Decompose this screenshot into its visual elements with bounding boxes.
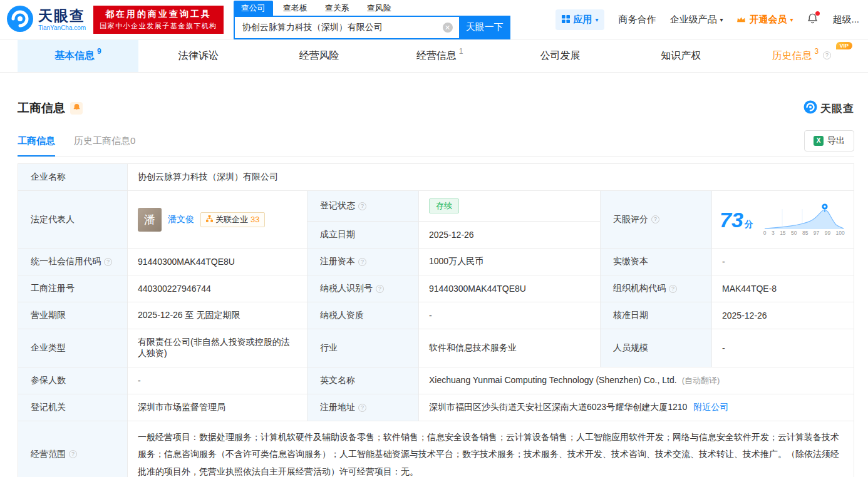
- tab-basic-info[interactable]: 基本信息 9: [18, 40, 138, 72]
- legal-rep-avatar[interactable]: 潘: [138, 208, 162, 232]
- business-cooperation-link[interactable]: 商务合作: [618, 14, 656, 26]
- table-row: 企业名称 协创云脉算力科技（深圳）有限公司: [18, 164, 854, 191]
- reg-authority-label: 登记机关: [18, 394, 128, 421]
- score-chart: 031550859799100: [763, 203, 845, 236]
- slogan-line1: 都在用的商业查询工具: [100, 9, 217, 20]
- taxpayer-id-label: 纳税人识别号: [320, 283, 373, 294]
- section-title: 工商信息: [18, 100, 65, 116]
- tab-label: 经营风险: [299, 49, 339, 63]
- tab-operating-info[interactable]: 经营信息 1: [380, 40, 500, 72]
- search-tab-risk[interactable]: 查风险: [359, 1, 399, 16]
- business-info-table: 企业名称 协创云脉算力科技（深圳）有限公司 法定代表人 潘 潘文俊: [18, 163, 854, 477]
- reg-capital-label-cell: 注册资本: [307, 249, 419, 275]
- search-tabs: 查公司 查老板 查关系 查风险: [234, 1, 510, 16]
- section-header: 工商信息 天眼查: [18, 100, 854, 116]
- apps-menu[interactable]: 应用: [555, 9, 604, 30]
- tab-count: 3: [814, 47, 819, 56]
- paid-capital-value: -: [712, 249, 854, 275]
- help-icon[interactable]: [651, 215, 659, 223]
- search-tab-company[interactable]: 查公司: [234, 1, 273, 16]
- brand-text: 天眼查: [820, 101, 854, 116]
- score-axis: 031550859799100: [763, 230, 845, 236]
- enterprise-products-menu[interactable]: 企业级产品: [669, 14, 723, 26]
- top-nav: 应用 商务合作 企业级产品 开通会员: [555, 9, 859, 30]
- search-input[interactable]: [234, 16, 459, 39]
- tab-operating-risk[interactable]: 经营风险: [259, 40, 380, 72]
- org-chart-icon: [206, 215, 213, 224]
- related-companies-count: 33: [251, 215, 259, 224]
- logo-subtitle: TianYanCha.com: [38, 24, 86, 31]
- company-name-value: 协创云脉算力科技（深圳）有限公司: [128, 164, 854, 191]
- help-icon[interactable]: [358, 258, 366, 266]
- tab-label: 经营信息: [416, 49, 457, 63]
- cooperation-label: 商务合作: [618, 14, 656, 26]
- help-icon[interactable]: [823, 51, 831, 59]
- reg-status-label: 登记状态: [320, 200, 355, 212]
- business-scope-label-cell: 经营范围: [18, 421, 128, 477]
- auto-translate-note: (自动翻译): [682, 376, 720, 385]
- grid-icon: [562, 14, 570, 25]
- nearby-companies-link[interactable]: 附近公司: [693, 402, 728, 412]
- approval-date-value: 2025-12-26: [712, 302, 854, 329]
- help-icon[interactable]: [69, 450, 77, 458]
- credit-code-value: 91440300MAK44TQE8U: [128, 249, 307, 275]
- legal-rep-link[interactable]: 潘文俊: [168, 214, 194, 225]
- open-membership-menu[interactable]: 开通会员: [736, 14, 793, 26]
- search-tab-boss[interactable]: 查老板: [276, 1, 315, 16]
- table-row: 工商注册号 440300227946744 纳税人识别号 91440300MAK…: [18, 275, 854, 302]
- table-row: 参保人数 - 英文名称 Xiechuang Yunmai Computing T…: [18, 367, 854, 394]
- subtab-business-info[interactable]: 工商信息: [18, 135, 55, 156]
- taxpayer-id-label-cell: 纳税人识别号: [307, 275, 419, 302]
- help-icon[interactable]: [376, 285, 384, 293]
- establish-date-label: 成立日期: [307, 222, 419, 249]
- org-code-label: 组织机构代码: [613, 283, 666, 294]
- excel-icon: [814, 136, 824, 146]
- business-term-value: 2025-12-26 至 无固定期限: [128, 302, 307, 329]
- tab-company-development[interactable]: 公司发展: [500, 40, 621, 72]
- subtab-history-business-info[interactable]: 历史工商信息0: [74, 135, 135, 156]
- tianyancha-logo[interactable]: 天眼查 TianYanCha.com: [6, 5, 86, 35]
- help-icon[interactable]: [358, 202, 366, 210]
- user-account-menu[interactable]: 超级...: [832, 14, 859, 26]
- paid-capital-label: 实缴资本: [601, 249, 712, 275]
- business-scope-value: 一般经营项目：数据处理服务；计算机软硬件及辅助设备零售；软件销售；信息安全设备销…: [128, 421, 854, 477]
- subtabs-row: 工商信息 历史工商信息0 导出: [18, 130, 854, 157]
- notifications-bell[interactable]: [807, 13, 819, 27]
- tianyancha-logo-icon: [803, 100, 817, 116]
- approval-date-label: 核准日期: [601, 302, 712, 329]
- reg-authority-value: 深圳市市场监督管理局: [128, 394, 307, 421]
- bell-icon: [73, 103, 81, 114]
- clear-search-icon[interactable]: [443, 23, 453, 33]
- subscribe-bell-button[interactable]: [70, 102, 83, 115]
- main-content: 工商信息 天眼查 工商信息 历史工商信息0: [0, 100, 868, 477]
- related-companies-badge[interactable]: 关联企业 33: [200, 212, 265, 227]
- status-badge: 存续: [429, 198, 459, 213]
- tab-count: 1: [459, 47, 463, 56]
- help-icon[interactable]: [104, 258, 112, 266]
- export-button[interactable]: 导出: [804, 130, 854, 151]
- tab-label: 法律诉讼: [178, 49, 219, 63]
- search-button[interactable]: 天眼一下: [459, 16, 510, 39]
- search-tab-relation[interactable]: 查关系: [318, 1, 357, 16]
- table-row: 登记机关 深圳市市场监督管理局 注册地址 深圳市福田区沙头街道天安社区深南大道6…: [18, 394, 854, 421]
- tianyancha-logo-icon: [6, 5, 34, 35]
- tab-label: 基本信息: [54, 49, 95, 63]
- vip-badge: VIP: [836, 42, 853, 49]
- reg-address-text: 深圳市福田区沙头街道天安社区深南大道6023号耀华创建大厦1210: [429, 402, 687, 412]
- logo-title: 天眼查: [38, 8, 86, 24]
- help-icon[interactable]: [669, 285, 677, 293]
- tab-legal-proceedings[interactable]: 法律诉讼: [138, 40, 259, 72]
- tab-intellectual-property[interactable]: 知识产权: [621, 40, 741, 72]
- help-icon[interactable]: [358, 404, 366, 412]
- tab-label: 历史信息: [772, 49, 812, 63]
- score-value: 73分: [720, 209, 753, 230]
- score-cell: 73分: [712, 191, 854, 249]
- tab-history-info[interactable]: 历史信息 3 VIP: [741, 40, 862, 72]
- legal-rep-cell: 潘 潘文俊 关联企业 33: [128, 191, 307, 249]
- tab-label: 知识产权: [661, 49, 701, 63]
- table-row: 法定代表人 潘 潘文俊 关联企业 33: [18, 191, 854, 222]
- chevron-down-icon: [790, 16, 793, 23]
- company-type-value: 有限责任公司(非自然人投资或控股的法人独资): [128, 329, 307, 367]
- english-name-label: 英文名称: [307, 367, 419, 394]
- staff-size-value: -: [712, 329, 854, 367]
